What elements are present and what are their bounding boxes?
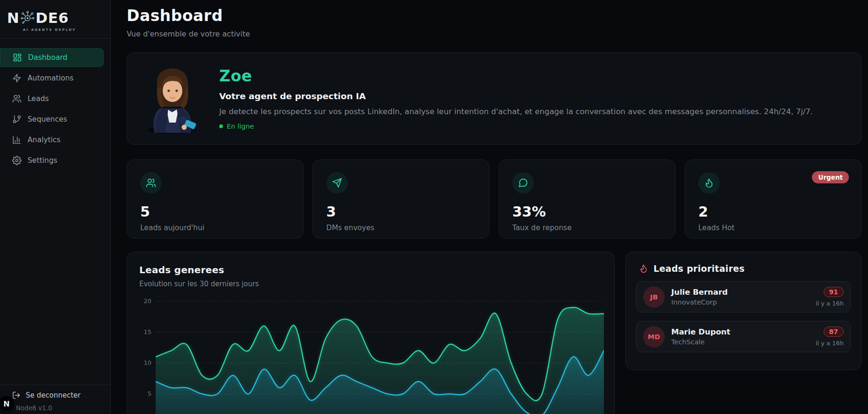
chart-title: Leads generees (139, 264, 603, 276)
stat-label: DMs envoyes (326, 224, 476, 232)
flame-icon (698, 172, 720, 194)
avatar: JB (643, 286, 665, 308)
stat-value: 33% (512, 203, 662, 220)
sidebar-spacer (0, 172, 110, 385)
lead-info: Julie Bernard InnovateCorp (671, 288, 809, 306)
area-chart: 2015105 (139, 294, 603, 414)
sidebar-item-label: Settings (28, 156, 57, 165)
sidebar-item-label: Automations (28, 74, 73, 82)
stats-row: 5 Leads aujourd'hui 3 DMs envoyes 33% Ta… (127, 160, 861, 239)
sidebar-item-leads[interactable]: Leads (0, 89, 104, 108)
stat-label: Leads Hot (698, 224, 848, 232)
sidebar-item-label: Sequences (28, 115, 67, 123)
logo-tagline: AI AGENTS DEPLOY (23, 28, 110, 32)
lead-meta: 91 il y a 16h (816, 287, 844, 307)
stat-label: Leads aujourd'hui (140, 224, 290, 232)
lead-name: Marie Dupont (671, 327, 809, 336)
chart-plot (156, 294, 604, 414)
lead-time: il y a 16h (816, 340, 844, 347)
git-branch-icon (12, 115, 22, 124)
stat-card-dms-sent: 3 DMs envoyes (313, 160, 489, 239)
app-root: N DE6 AI AGENTS DEPLOY (0, 0, 868, 414)
agent-role: Votre agent de prospection IA (219, 91, 813, 101)
agent-name: Zoe (219, 67, 813, 85)
sidebar-item-automations[interactable]: Automations (0, 69, 104, 87)
stat-value: 2 (698, 203, 848, 220)
users-icon (140, 172, 162, 194)
sidebar-item-sequences[interactable]: Sequences (0, 110, 104, 129)
send-icon (326, 172, 348, 194)
lead-company: TechScale (671, 338, 809, 346)
app-version: Node6 v1.0 (4, 404, 110, 412)
stat-card-leads-today: 5 Leads aujourd'hui (127, 160, 303, 239)
lead-name: Julie Bernard (671, 288, 809, 297)
lead-info: Marie Dupont TechScale (671, 327, 809, 346)
lead-row-julie-bernard[interactable]: JB Julie Bernard InnovateCorp 91 il y a … (636, 281, 851, 312)
logout-label: Se deconnecter (26, 391, 80, 399)
bottom-row: Leads generees Evolution sur les 30 dern… (127, 252, 861, 414)
molecule-network-icon (21, 11, 35, 25)
lead-meta: 87 il y a 16h (816, 327, 844, 347)
sidebar-item-label: Dashboard (28, 53, 67, 62)
brand-logo: N DE6 AI AGENTS DEPLOY (0, 0, 110, 39)
sidebar-footer: Se deconnecter Node6 v1.0 (0, 385, 110, 414)
stat-card-hot-leads: Urgent 2 Leads Hot (685, 160, 861, 239)
logout-icon (12, 391, 21, 399)
stat-value: 5 (140, 203, 290, 220)
main-content: Dashboard Vue d'ensemble de votre activi… (111, 0, 868, 414)
page-subtitle: Vue d'ensemble de votre activite (127, 29, 861, 38)
logo-text-n: N (7, 9, 20, 26)
zap-icon (12, 73, 22, 83)
lead-row-marie-dupont[interactable]: MD Marie Dupont TechScale 87 il y a 16h (636, 321, 851, 352)
bar-chart-icon (12, 135, 22, 145)
sidebar-item-label: Analytics (28, 136, 60, 144)
chat-widget-letter: N (3, 399, 9, 408)
sidebar: N DE6 AI AGENTS DEPLOY (0, 0, 111, 414)
avatar: MD (643, 326, 665, 348)
dashboard-grid-icon (13, 53, 22, 62)
lead-company: InnovateCorp (671, 298, 809, 306)
priority-leads-title: Leads prioritaires (653, 263, 745, 274)
lead-score-badge: 87 (824, 327, 844, 337)
y-axis-label: 10 (139, 359, 151, 366)
logo-text-de6: DE6 (36, 9, 69, 26)
chat-bubble-icon (512, 172, 534, 194)
online-status-label: En ligne (227, 123, 254, 130)
gear-icon (12, 156, 22, 165)
priority-leads-header: Leads prioritaires (636, 263, 851, 274)
stat-value: 3 (326, 203, 476, 220)
stat-card-response-rate: 33% Taux de reponse (499, 160, 675, 239)
online-status-dot (219, 124, 223, 128)
sidebar-item-settings[interactable]: Settings (0, 151, 104, 170)
sidebar-item-dashboard[interactable]: Dashboard (0, 48, 104, 67)
y-axis-label: 20 (139, 298, 151, 305)
agent-hero-card: Zoe Votre agent de prospection IA Je det… (127, 52, 861, 145)
y-axis-label: 15 (139, 328, 151, 335)
chart-subtitle: Evolution sur les 30 derniers jours (139, 280, 603, 288)
sidebar-item-label: Leads (28, 94, 49, 103)
agent-status: En ligne (219, 123, 813, 130)
lead-score-badge: 91 (824, 287, 844, 297)
logout-button[interactable]: Se deconnecter (12, 391, 110, 399)
sidebar-nav: Dashboard Automations Leads (0, 46, 110, 172)
agent-info: Zoe Votre agent de prospection IA Je det… (219, 67, 813, 130)
stat-label: Taux de reponse (512, 224, 662, 232)
leads-chart-card: Leads generees Evolution sur les 30 dern… (127, 252, 615, 414)
page-title: Dashboard (127, 7, 861, 25)
y-axis-label: 5 (139, 390, 151, 397)
lead-time: il y a 16h (816, 300, 844, 307)
sidebar-item-analytics[interactable]: Analytics (0, 131, 104, 149)
users-icon (12, 94, 22, 103)
agent-avatar (141, 64, 204, 134)
flame-icon (639, 264, 648, 273)
priority-leads-card: Leads prioritaires JB Julie Bernard Inno… (625, 252, 861, 370)
agent-description: Je detecte les prospects sur vos posts L… (219, 107, 813, 116)
urgent-badge: Urgent (812, 171, 849, 183)
